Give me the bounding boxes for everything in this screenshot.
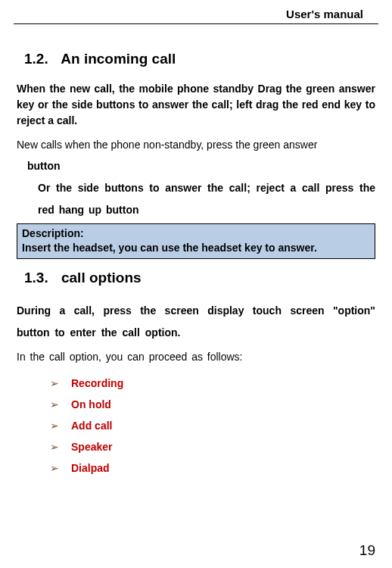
list-item: ➢ Dialpad xyxy=(50,462,375,474)
section-1-2-para2: New calls when the phone non-standby, pr… xyxy=(17,135,375,155)
bullet-text: On hold xyxy=(71,398,111,410)
chevron-right-icon: ➢ xyxy=(50,420,59,432)
section-1-3-title: call options xyxy=(61,270,142,286)
chevron-right-icon: ➢ xyxy=(50,441,59,453)
section-1-2-para1: When the new call, the mobile phone stan… xyxy=(17,81,375,129)
page-content: 1.2. An incoming call When the new call,… xyxy=(0,24,392,474)
list-item: ➢ Speaker xyxy=(50,441,375,453)
section-1-3-para1: During a call, press the screen display … xyxy=(17,300,375,345)
section-1-2-number: 1.2. xyxy=(24,51,48,67)
description-label: Description: xyxy=(22,226,370,242)
description-box: Description: Insert the headset, you can… xyxy=(17,223,375,259)
section-1-3-para2: In the call option, you can proceed as f… xyxy=(17,349,375,365)
list-item: ➢ Add call xyxy=(50,420,375,432)
bullet-list: ➢ Recording ➢ On hold ➢ Add call ➢ Speak… xyxy=(17,377,375,474)
bullet-text: Recording xyxy=(71,377,123,389)
section-1-3-number: 1.3. xyxy=(24,270,48,286)
page-number: 19 xyxy=(359,542,375,559)
chevron-right-icon: ➢ xyxy=(50,377,59,389)
list-item: ➢ Recording xyxy=(50,377,375,389)
description-text: Insert the headset, you can use the head… xyxy=(22,241,370,256)
bullet-text: Dialpad xyxy=(71,462,110,474)
chevron-right-icon: ➢ xyxy=(50,462,59,474)
bullet-text: Add call xyxy=(71,420,112,432)
section-1-2-para4: Or the side buttons to answer the call; … xyxy=(17,177,375,222)
section-1-2-heading: 1.2. An incoming call xyxy=(17,51,375,67)
section-1-2-title: An incoming call xyxy=(61,51,176,67)
bullet-text: Speaker xyxy=(71,441,112,453)
section-1-3-heading: 1.3. call options xyxy=(17,270,375,286)
list-item: ➢ On hold xyxy=(50,398,375,410)
header-title: User's manual xyxy=(286,8,363,20)
section-1-2-para3: button xyxy=(17,155,375,177)
chevron-right-icon: ➢ xyxy=(50,398,59,410)
page-header: User's manual xyxy=(14,0,378,24)
